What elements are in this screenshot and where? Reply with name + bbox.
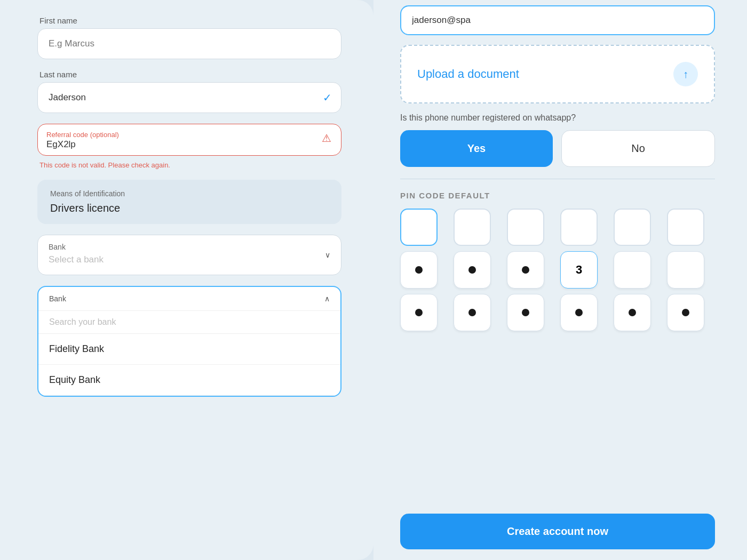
left-panel: First name Last name ✓ Referral code (op… <box>0 0 374 560</box>
means-id-box: Means of Identification Drivers licence <box>37 180 341 224</box>
pin-cell-2[interactable] <box>454 209 491 246</box>
pin-display-row <box>400 209 715 246</box>
key-3[interactable]: 3 <box>560 251 598 289</box>
key-dot-9[interactable] <box>507 294 544 331</box>
yes-button[interactable]: Yes <box>400 130 553 167</box>
last-name-input-container: ✓ <box>37 82 341 113</box>
key-dot-11[interactable] <box>614 294 651 331</box>
key-empty-2[interactable] <box>667 251 704 289</box>
divider <box>400 179 715 179</box>
first-name-input-container <box>37 28 341 59</box>
means-id-group: Means of Identification Drivers licence <box>37 180 341 224</box>
referral-error: This code is not valid. Please check aga… <box>39 161 341 169</box>
means-id-value: Drivers licence <box>50 202 329 214</box>
referral-group: Referral code (optional) ⚠ This code is … <box>37 124 341 169</box>
bank-dropdown-label: Bank <box>49 294 66 303</box>
no-button[interactable]: No <box>561 130 715 167</box>
bank-open-group: Bank ∧ Fidelity Bank Equity Bank <box>37 286 341 397</box>
upload-icon: ↑ <box>673 62 698 86</box>
bank-label-closed: Bank <box>49 243 66 251</box>
pin-cell-4[interactable] <box>560 209 598 246</box>
pin-section: PIN CODE DEFAULT 3 <box>400 191 715 331</box>
key-dot-8[interactable] <box>454 294 491 331</box>
pin-cell-5[interactable] <box>614 209 651 246</box>
last-name-input[interactable] <box>37 82 341 113</box>
pin-keyboard-row2 <box>400 294 715 331</box>
key-dot-2[interactable] <box>454 251 491 289</box>
last-name-group: Last name ✓ <box>37 70 341 113</box>
means-id-label: Means of Identification <box>50 189 329 198</box>
warning-icon: ⚠ <box>322 132 331 145</box>
whatsapp-question: Is this phone number registered on whats… <box>400 113 715 123</box>
bank-closed-group: Bank Select a bank ∨ <box>37 235 341 275</box>
key-empty-1[interactable] <box>614 251 651 289</box>
key-dot-3[interactable] <box>507 251 544 289</box>
referral-wrapper: Referral code (optional) ⚠ <box>37 124 341 156</box>
bank-dropdown-open: Bank ∧ Fidelity Bank Equity Bank <box>37 286 341 397</box>
pin-title: PIN CODE DEFAULT <box>400 191 715 200</box>
pin-cell-6[interactable] <box>667 209 704 246</box>
last-name-label: Last name <box>39 70 341 79</box>
referral-label: Referral code (optional) <box>46 131 119 139</box>
key-dot-7[interactable] <box>400 294 438 331</box>
checkmark-icon: ✓ <box>323 91 332 104</box>
email-input[interactable] <box>400 5 715 35</box>
whatsapp-section: Is this phone number registered on whats… <box>400 113 715 167</box>
chevron-down-icon: ∨ <box>325 251 330 259</box>
key-dot-10[interactable] <box>560 294 598 331</box>
referral-input[interactable] <box>46 139 332 150</box>
pin-cell-3[interactable] <box>507 209 544 246</box>
bank-search-input[interactable] <box>38 311 340 334</box>
upload-label: Upload a document <box>417 67 519 81</box>
upload-document-box[interactable]: Upload a document ↑ <box>400 45 715 103</box>
pin-keyboard-row1: 3 <box>400 251 715 289</box>
whatsapp-buttons: Yes No <box>400 130 715 167</box>
right-panel: Upload a document ↑ Is this phone number… <box>374 0 747 560</box>
first-name-label: First name <box>39 16 341 25</box>
bank-dropdown-header: Bank ∧ <box>38 287 340 311</box>
email-field-container <box>400 5 715 35</box>
pin-cell-1[interactable] <box>400 209 438 246</box>
key-dot-12[interactable] <box>667 294 704 331</box>
first-name-input[interactable] <box>37 28 341 59</box>
bank-placeholder: Select a bank <box>49 254 104 265</box>
bank-list-item[interactable]: Fidelity Bank <box>38 334 340 365</box>
first-name-group: First name <box>37 16 341 59</box>
key-dot-1[interactable] <box>400 251 438 289</box>
chevron-up-icon: ∧ <box>324 294 330 303</box>
bank-select-closed[interactable]: Bank Select a bank ∨ <box>37 235 341 275</box>
bank-list-item[interactable]: Equity Bank <box>38 365 340 396</box>
create-account-button[interactable]: Create account now <box>400 514 715 549</box>
